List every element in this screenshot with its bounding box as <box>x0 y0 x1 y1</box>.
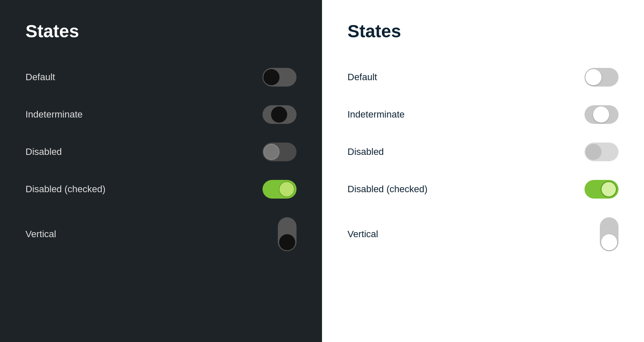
light-indeterminate-label: Indeterminate <box>347 109 405 120</box>
light-vertical-row: Vertical <box>347 208 619 261</box>
light-vertical-toggle[interactable] <box>600 217 619 251</box>
dark-panel-title: States <box>25 21 297 42</box>
dark-disabled-toggle <box>263 143 297 161</box>
light-disabled-label: Disabled <box>347 146 384 157</box>
light-vertical-thumb <box>601 234 617 250</box>
dark-indeterminate-label: Indeterminate <box>25 109 83 120</box>
dark-vertical-thumb <box>279 234 295 250</box>
dark-default-label: Default <box>25 72 55 83</box>
dark-default-thumb <box>263 69 280 85</box>
dark-disabled-label: Disabled <box>25 146 62 157</box>
light-disabled-row: Disabled <box>347 133 619 171</box>
light-default-row: Default <box>347 59 619 96</box>
dark-disabled-checked-thumb <box>279 181 295 197</box>
light-disabled-toggle <box>585 143 619 161</box>
light-disabled-checked-toggle <box>585 180 619 199</box>
dark-default-toggle[interactable] <box>263 68 297 87</box>
light-panel-title: States <box>347 21 619 42</box>
light-panel: States Default Indeterminate Disabled Di… <box>322 0 644 342</box>
light-disabled-checked-label: Disabled (checked) <box>347 184 427 195</box>
light-indeterminate-thumb <box>593 107 609 123</box>
light-disabled-thumb <box>585 144 602 160</box>
light-disabled-checked-row: Disabled (checked) <box>347 171 619 208</box>
light-disabled-checked-thumb <box>601 181 617 197</box>
dark-disabled-thumb <box>263 144 280 160</box>
dark-disabled-checked-row: Disabled (checked) <box>25 171 297 208</box>
light-vertical-label: Vertical <box>347 229 378 240</box>
light-default-toggle[interactable] <box>585 68 619 87</box>
dark-indeterminate-thumb <box>271 107 287 123</box>
dark-vertical-toggle[interactable] <box>278 217 297 251</box>
dark-panel: States Default Indeterminate Disabled Di… <box>0 0 322 342</box>
dark-default-row: Default <box>25 59 297 96</box>
light-default-thumb <box>585 69 602 85</box>
dark-disabled-checked-label: Disabled (checked) <box>25 184 105 195</box>
dark-vertical-row: Vertical <box>25 208 297 261</box>
light-indeterminate-toggle[interactable] <box>585 105 619 124</box>
light-default-label: Default <box>347 72 377 83</box>
dark-indeterminate-row: Indeterminate <box>25 96 297 133</box>
dark-vertical-label: Vertical <box>25 229 56 240</box>
dark-indeterminate-toggle[interactable] <box>263 105 297 124</box>
dark-disabled-row: Disabled <box>25 133 297 171</box>
dark-disabled-checked-toggle <box>263 180 297 199</box>
light-indeterminate-row: Indeterminate <box>347 96 619 133</box>
